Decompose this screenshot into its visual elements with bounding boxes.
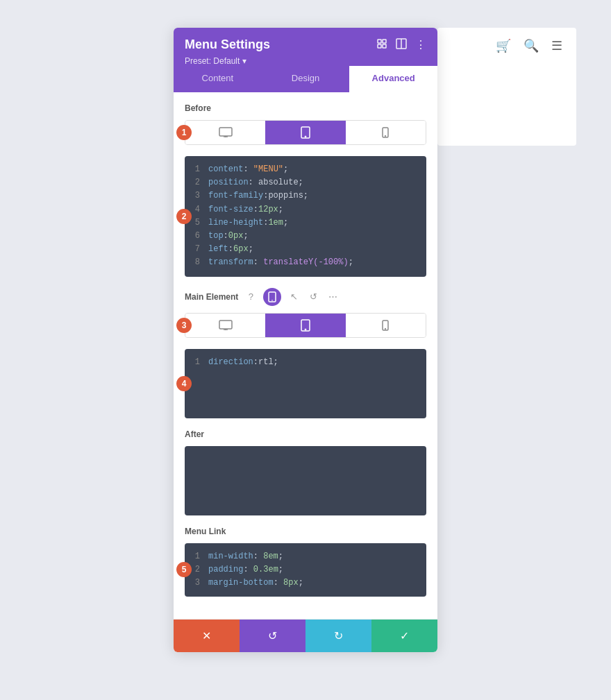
badge-1: 1 xyxy=(176,125,192,140)
me-code-line-1: 1 direction:rtl; xyxy=(193,356,418,369)
code-line-1: 1 content: "MENU"; xyxy=(193,163,418,176)
svg-point-19 xyxy=(305,329,306,330)
svg-point-21 xyxy=(385,328,387,330)
before-device-row xyxy=(185,120,426,145)
badge-2: 2 xyxy=(176,209,192,224)
after-code-editor[interactable] xyxy=(185,446,426,515)
confirm-button[interactable]: ✓ xyxy=(371,620,437,652)
code-line-7: 7 left:6px; xyxy=(193,243,418,256)
device-mobile-btn[interactable] xyxy=(346,121,426,144)
panel-header-top: Menu Settings xyxy=(185,37,426,52)
menu-link-label: Menu Link xyxy=(185,527,426,536)
tab-content[interactable]: Content xyxy=(174,66,262,92)
panel-title: Menu Settings xyxy=(185,37,270,52)
ml-code-line-2: 2 padding: 0.3em; xyxy=(193,563,418,577)
undo-icon[interactable]: ↺ xyxy=(306,290,320,304)
before-label: Before xyxy=(185,103,426,113)
svg-point-12 xyxy=(385,135,387,137)
cancel-button[interactable]: ✕ xyxy=(174,620,240,652)
preview-area: 🛒 🔍 ☰ xyxy=(437,28,576,146)
menu-icon[interactable]: ☰ xyxy=(551,38,562,53)
svg-rect-15 xyxy=(219,321,232,329)
before-code-editor[interactable]: 1 content: "MENU"; 2 position: absolute;… xyxy=(185,156,426,277)
tab-advanced[interactable]: Advanced xyxy=(349,66,437,92)
device-tablet-btn[interactable] xyxy=(265,121,345,144)
search-icon[interactable]: 🔍 xyxy=(524,38,539,53)
cursor-icon[interactable]: ↖ xyxy=(287,290,301,304)
code-line-6: 6 top:0px; xyxy=(193,230,418,243)
more-icon[interactable]: ⋮ xyxy=(415,38,426,51)
panel-body: Before 1 xyxy=(174,92,437,619)
ml-code-line-1: 1 min-width: 8em; xyxy=(193,550,418,563)
tab-design[interactable]: Design xyxy=(262,66,350,92)
code-line-4: 4 font-size:12px; xyxy=(193,203,418,216)
help-icon[interactable]: ? xyxy=(244,290,258,304)
me-device-mobile-btn[interactable] xyxy=(346,314,426,337)
before-code-wrapper: 2 1 content: "MENU"; 2 position: absolut… xyxy=(185,156,426,277)
panel-header: Menu Settings xyxy=(174,28,437,66)
code-line-8: 8 transform: translateY(-100%); xyxy=(193,256,418,269)
code-line-5: 5 line-height:1em; xyxy=(193,216,418,230)
header-icons: ⋮ xyxy=(376,38,426,52)
main-element-device-row xyxy=(185,313,426,338)
preview-icons: 🛒 🔍 ☰ xyxy=(496,38,562,53)
ml-code-line-3: 3 margin-bottom: 8px; xyxy=(193,577,418,590)
action-bar: ✕ ↺ ↻ ✓ xyxy=(174,619,437,652)
svg-point-10 xyxy=(305,136,306,137)
svg-point-14 xyxy=(272,300,274,301)
after-label: After xyxy=(185,429,426,439)
settings-panel: Menu Settings xyxy=(174,28,437,652)
badge-5: 5 xyxy=(176,562,192,577)
main-element-code-editor[interactable]: 1 direction:rtl; xyxy=(185,349,426,418)
me-device-desktop-btn[interactable] xyxy=(185,314,265,337)
layout-icon[interactable] xyxy=(396,38,407,52)
main-element-code-wrapper: 4 1 direction:rtl; xyxy=(185,349,426,418)
svg-rect-3 xyxy=(383,44,386,48)
svg-rect-0 xyxy=(378,40,381,43)
badge-3: 3 xyxy=(176,318,192,333)
more-options-icon[interactable]: ⋯ xyxy=(326,290,340,304)
redo-button[interactable]: ↻ xyxy=(306,620,371,652)
code-line-3: 3 font-family:poppins; xyxy=(193,189,418,203)
main-element-row: Main Element ? ↖ ↺ ⋯ xyxy=(185,288,426,306)
page-wrapper: 🛒 🔍 ☰ Menu Settings xyxy=(14,14,597,700)
expand-icon[interactable] xyxy=(376,38,387,52)
svg-rect-1 xyxy=(383,40,386,43)
menu-link-code-wrapper: 5 1 min-width: 8em; 2 padding: 0.3em; 3 … xyxy=(185,543,426,597)
main-element-device-wrapper: 3 xyxy=(185,313,426,338)
panel-preset[interactable]: Preset: Default ▾ xyxy=(185,56,426,66)
badge-4: 4 xyxy=(176,376,192,391)
code-line-2: 2 position: absolute; xyxy=(193,176,418,189)
device-desktop-btn[interactable] xyxy=(185,121,265,144)
before-device-row-wrapper: 1 xyxy=(185,120,426,145)
reset-button[interactable]: ↺ xyxy=(240,620,306,652)
main-element-label: Main Element xyxy=(185,292,238,302)
menu-link-code-editor[interactable]: 1 min-width: 8em; 2 padding: 0.3em; 3 ma… xyxy=(185,543,426,597)
svg-rect-2 xyxy=(378,44,381,48)
panel-tabs: Content Design Advanced xyxy=(174,66,437,92)
tablet-circle-icon[interactable] xyxy=(263,288,281,306)
me-device-tablet-btn[interactable] xyxy=(265,314,345,337)
cart-icon[interactable]: 🛒 xyxy=(496,38,511,53)
svg-rect-6 xyxy=(219,128,232,136)
